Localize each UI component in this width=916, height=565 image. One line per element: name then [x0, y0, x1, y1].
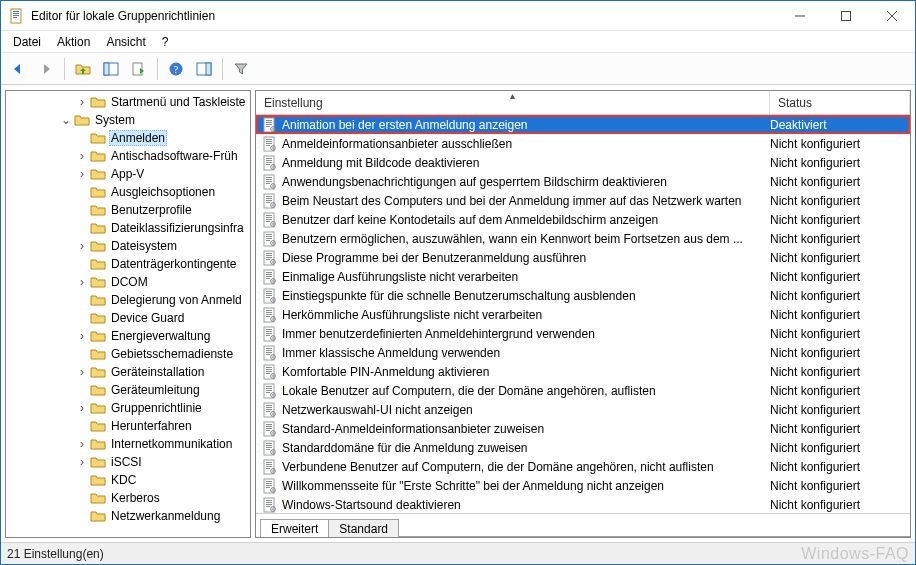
- help-button[interactable]: ?: [163, 56, 189, 82]
- tree-item[interactable]: Netzwerkanmeldung: [6, 507, 250, 525]
- policy-row[interactable]: Lokale Benutzer auf Computern, die der D…: [256, 381, 910, 400]
- policy-row[interactable]: Windows-Startsound deaktivierenNicht kon…: [256, 495, 910, 513]
- policy-row[interactable]: Anmeldung mit Bildcode deaktivierenNicht…: [256, 153, 910, 172]
- export-list-button[interactable]: [126, 56, 152, 82]
- up-button[interactable]: [70, 56, 96, 82]
- expand-icon[interactable]: ›: [74, 167, 90, 181]
- expand-icon[interactable]: ›: [74, 95, 90, 109]
- policy-row[interactable]: Einmalige Ausführungsliste nicht verarbe…: [256, 267, 910, 286]
- policy-row[interactable]: Komfortable PIN-Anmeldung aktivierenNich…: [256, 362, 910, 381]
- expand-icon[interactable]: ›: [74, 329, 90, 343]
- tree-item[interactable]: Benutzerprofile: [6, 201, 250, 219]
- expand-icon[interactable]: ›: [74, 401, 90, 415]
- show-hide-action-button[interactable]: [191, 56, 217, 82]
- tab-erweitert[interactable]: Erweitert: [260, 519, 329, 538]
- policy-row[interactable]: Immer benutzerdefinierten Anmeldehinterg…: [256, 324, 910, 343]
- svg-rect-59: [266, 234, 272, 235]
- tab-standard[interactable]: Standard: [328, 519, 399, 538]
- svg-rect-137: [266, 445, 272, 446]
- svg-rect-54: [266, 219, 272, 220]
- svg-rect-17: [266, 120, 272, 121]
- policy-row[interactable]: Einstiegspunkte für die schnelle Benutze…: [256, 286, 910, 305]
- expand-icon[interactable]: ›: [74, 455, 90, 469]
- column-einstellung[interactable]: Einstellung ▴: [256, 91, 770, 114]
- policy-name: Netzwerkauswahl-UI nicht anzeigen: [282, 403, 770, 417]
- tree-item[interactable]: Anmelden: [6, 129, 250, 147]
- policy-row[interactable]: Willkommensseite für "Erste Schritte" be…: [256, 476, 910, 495]
- expand-icon[interactable]: ›: [74, 437, 90, 451]
- menu-ansicht[interactable]: Ansicht: [98, 33, 153, 51]
- policy-row[interactable]: Immer klassische Anmeldung verwendenNich…: [256, 343, 910, 362]
- tree-item[interactable]: Delegierung von Anmeld: [6, 291, 250, 309]
- tree-item[interactable]: Datenträgerkontingente: [6, 255, 250, 273]
- policy-row[interactable]: Anwendungsbenachrichtigungen auf gesperr…: [256, 172, 910, 191]
- policy-row[interactable]: Standarddomäne für die Anmeldung zuweise…: [256, 438, 910, 457]
- tree-item[interactable]: ›Internetkommunikation: [6, 435, 250, 453]
- tree-item[interactable]: ›DCOM: [6, 273, 250, 291]
- policy-row[interactable]: Standard-Anmeldeinformationsanbieter zuw…: [256, 419, 910, 438]
- policy-row[interactable]: Verbundene Benutzer auf Computern, die d…: [256, 457, 910, 476]
- close-button[interactable]: [869, 1, 915, 30]
- svg-rect-150: [266, 481, 272, 482]
- tree-item[interactable]: Ausgleichsoptionen: [6, 183, 250, 201]
- maximize-button[interactable]: [823, 1, 869, 30]
- svg-point-29: [272, 147, 274, 149]
- window-title: Editor für lokale Gruppenrichtlinien: [31, 9, 777, 23]
- svg-rect-146: [266, 468, 270, 469]
- tree-item[interactable]: Geräteumleitung: [6, 381, 250, 399]
- show-hide-tree-button[interactable]: [98, 56, 124, 82]
- menu-help[interactable]: ?: [154, 33, 177, 51]
- tree-item[interactable]: ›App-V: [6, 165, 250, 183]
- back-button[interactable]: [5, 56, 31, 82]
- menu-datei[interactable]: Datei: [5, 33, 49, 51]
- expand-icon[interactable]: ›: [74, 365, 90, 379]
- forward-button[interactable]: [33, 56, 59, 82]
- policy-row[interactable]: Benutzern ermöglichen, auszuwählen, wann…: [256, 229, 910, 248]
- tree-item[interactable]: ›Geräteinstallation: [6, 363, 250, 381]
- folder-icon: [90, 166, 106, 182]
- tree-item[interactable]: Kerberos: [6, 489, 250, 507]
- tree-item-label: Internetkommunikation: [109, 437, 234, 451]
- svg-rect-53: [266, 217, 272, 218]
- tree-item[interactable]: ›Startmenü und Taskleiste: [6, 93, 250, 111]
- tree-item[interactable]: ›iSCSI: [6, 453, 250, 471]
- policy-row[interactable]: Animation bei der ersten Anmeldung anzei…: [256, 115, 910, 134]
- column-status[interactable]: Status: [770, 91, 910, 114]
- folder-icon: [90, 148, 106, 164]
- expand-icon[interactable]: ›: [74, 239, 90, 253]
- tree-pane[interactable]: ›Startmenü und Taskleiste⌄SystemAnmelden…: [5, 90, 251, 538]
- statusbar: 21 Einstellung(en) Windows-FAQ: [1, 542, 915, 564]
- tree-item[interactable]: ›Energieverwaltung: [6, 327, 250, 345]
- menu-aktion[interactable]: Aktion: [49, 33, 98, 51]
- policy-row[interactable]: Anmeldeinformationsanbieter ausschließen…: [256, 134, 910, 153]
- tree-item[interactable]: Dateiklassifizierungsinfra: [6, 219, 250, 237]
- svg-rect-10: [104, 63, 109, 75]
- svg-rect-104: [266, 354, 270, 355]
- svg-rect-62: [266, 240, 270, 241]
- tree-item[interactable]: ›Gruppenrichtlinie: [6, 399, 250, 417]
- list-body[interactable]: Animation bei der ersten Anmeldung anzei…: [256, 115, 910, 513]
- filter-button[interactable]: [228, 56, 254, 82]
- expand-icon[interactable]: ›: [74, 149, 90, 163]
- policy-row[interactable]: Herkömmliche Ausführungsliste nicht vera…: [256, 305, 910, 324]
- tree-item[interactable]: Gebietsschemadienste: [6, 345, 250, 363]
- policy-row[interactable]: Beim Neustart des Computers und bei der …: [256, 191, 910, 210]
- policy-row[interactable]: Benutzer darf keine Kontodetails auf dem…: [256, 210, 910, 229]
- tree-item[interactable]: ›Dateisystem: [6, 237, 250, 255]
- tree-item[interactable]: Herunterfahren: [6, 417, 250, 435]
- minimize-button[interactable]: [777, 1, 823, 30]
- toolbar-separator: [64, 58, 65, 80]
- policy-name: Einmalige Ausführungsliste nicht verarbe…: [282, 270, 770, 284]
- policy-row[interactable]: Netzwerkauswahl-UI nicht anzeigenNicht k…: [256, 400, 910, 419]
- tree-item[interactable]: Device Guard: [6, 309, 250, 327]
- svg-rect-152: [266, 485, 272, 486]
- tree-item[interactable]: KDC: [6, 471, 250, 489]
- policy-icon: [262, 269, 278, 285]
- policy-row[interactable]: Diese Programme bei der Benutzeranmeldun…: [256, 248, 910, 267]
- tree-item[interactable]: ›Antischadsoftware-Früh: [6, 147, 250, 165]
- tree-item[interactable]: ⌄System: [6, 111, 250, 129]
- policy-icon: [262, 326, 278, 342]
- collapse-icon[interactable]: ⌄: [58, 113, 74, 127]
- expand-icon[interactable]: ›: [74, 275, 90, 289]
- policy-name: Beim Neustart des Computers und bei der …: [282, 194, 770, 208]
